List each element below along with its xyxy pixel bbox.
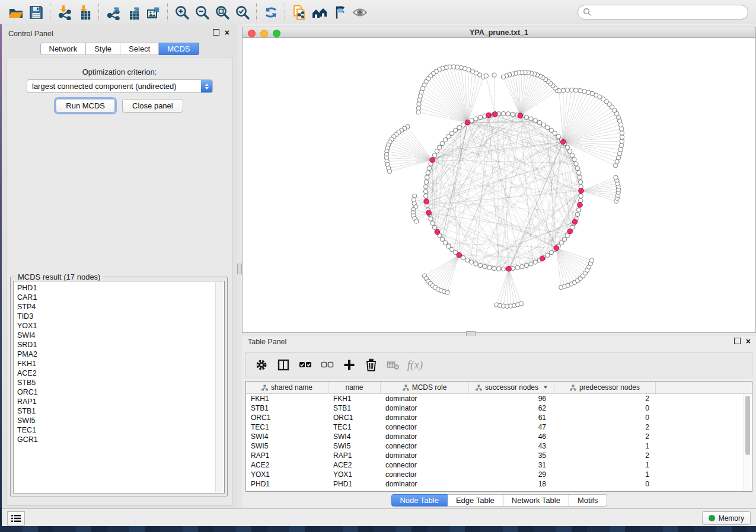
result-node[interactable]: SWI5: [17, 416, 224, 425]
zoom-in-button[interactable]: [172, 4, 192, 21]
export-image-button[interactable]: [143, 4, 164, 21]
add-column-icon[interactable]: [341, 357, 358, 373]
table-row[interactable]: STB1STB1dominator620: [246, 403, 752, 413]
result-node[interactable]: FKH1: [17, 359, 224, 368]
result-node[interactable]: STB1: [17, 406, 224, 416]
result-node[interactable]: STP4: [17, 302, 224, 312]
tab-select[interactable]: Select: [120, 43, 159, 55]
result-node[interactable]: CAR1: [17, 293, 224, 302]
memory-button[interactable]: Memory: [702, 511, 751, 525]
table-row[interactable]: ACE2ACE2connector311: [246, 460, 752, 470]
result-node[interactable]: TID3: [17, 312, 224, 321]
result-scrollbar[interactable]: [215, 282, 224, 492]
tab-mcds[interactable]: MCDS: [159, 43, 199, 55]
float-panel-icon[interactable]: [213, 29, 219, 36]
run-mcds-button[interactable]: Run MCDS: [56, 99, 115, 113]
tab-network-table[interactable]: Network Table: [503, 494, 569, 507]
close-panel-icon[interactable]: ×: [746, 338, 751, 344]
table-row[interactable]: TEC1TEC1connector472: [246, 422, 752, 432]
hide-selected-button[interactable]: [330, 4, 350, 21]
tab-motifs[interactable]: Motifs: [569, 494, 607, 507]
close-panel-button[interactable]: Close panel: [122, 99, 183, 113]
column-header-predecessor-nodes[interactable]: predecessor nodes: [554, 382, 656, 393]
zoom-out-button[interactable]: [192, 4, 212, 21]
column-header-MCDS-role[interactable]: MCDS role: [381, 382, 469, 393]
cell: PHD1: [328, 480, 381, 488]
column-header-shared-name[interactable]: shared name: [246, 382, 328, 393]
cell: 0: [554, 480, 656, 488]
splitter-handle[interactable]: [237, 264, 242, 274]
toolbar-separator: [285, 4, 286, 21]
unselect-all-icon[interactable]: [319, 357, 336, 373]
tab-network[interactable]: Network: [40, 43, 86, 55]
table-row[interactable]: PHD1PHD1dominator180: [246, 479, 752, 489]
table-row[interactable]: SWI4SWI4dominator462: [246, 432, 752, 441]
tab-edge-table[interactable]: Edge Table: [448, 494, 503, 507]
cell: STB1: [246, 404, 328, 412]
mcds-result-list[interactable]: PHD1CAR1STP4TID3YOX1SWI4SRD1PMA2FKH1ACE2…: [13, 281, 225, 493]
column-header-name[interactable]: name: [328, 382, 381, 393]
result-node[interactable]: PHD1: [17, 283, 224, 293]
search-box[interactable]: [578, 5, 748, 20]
export-table-button[interactable]: [123, 4, 143, 21]
result-node[interactable]: SRD1: [17, 340, 224, 350]
zoom-selected-button[interactable]: [232, 4, 253, 21]
select-all-icon[interactable]: [297, 357, 314, 373]
mcds-panel: Optimization criterion: largest connecte…: [6, 57, 233, 506]
cell: ACE2: [246, 461, 328, 469]
show-all-button[interactable]: [350, 4, 370, 21]
result-node[interactable]: STB5: [17, 378, 224, 387]
table-row[interactable]: ORC1ORC1dominator610: [246, 413, 752, 422]
export-network-button[interactable]: [103, 4, 123, 21]
cell: YOX1: [246, 470, 328, 479]
cell: 96: [469, 395, 554, 403]
tab-style[interactable]: Style: [86, 43, 120, 55]
search-input[interactable]: [594, 7, 748, 18]
cell: FKH1: [246, 395, 328, 403]
cell: 2: [554, 432, 656, 441]
table-row[interactable]: SWI5SWI5connector431: [246, 441, 752, 451]
network-canvas[interactable]: [243, 38, 755, 332]
result-node[interactable]: YOX1: [17, 321, 224, 331]
column-header-successor-nodes[interactable]: successor nodes: [469, 382, 554, 393]
cell: 1: [554, 442, 656, 450]
delete-table-icon: [385, 357, 401, 373]
task-history-button[interactable]: [7, 511, 25, 525]
optimization-select[interactable]: largest connected component (undirected): [27, 79, 213, 93]
copy-network-button[interactable]: [289, 4, 310, 21]
result-node[interactable]: ORC1: [17, 387, 224, 397]
mcds-result-group: MCDS result (17 nodes) PHD1CAR1STP4TID3Y…: [10, 277, 228, 496]
close-panel-icon[interactable]: ×: [225, 30, 229, 36]
tab-node-table[interactable]: Node Table: [391, 494, 448, 507]
result-node[interactable]: RAP1: [17, 397, 224, 406]
result-node[interactable]: SWI4: [17, 331, 224, 340]
select-stepper-icon: [201, 80, 212, 92]
zoom-fit-button[interactable]: [212, 4, 232, 21]
cell: connector: [381, 442, 469, 450]
result-node[interactable]: GCR1: [17, 435, 224, 444]
toolbar-separator: [98, 4, 100, 21]
import-network-button[interactable]: [55, 4, 75, 21]
result-node[interactable]: PMA2: [17, 350, 224, 359]
result-node[interactable]: ACE2: [17, 368, 224, 378]
table-scrollbar[interactable]: [744, 394, 751, 491]
import-table-button[interactable]: [75, 4, 95, 21]
delete-column-icon[interactable]: [363, 357, 379, 373]
show-columns-icon[interactable]: [275, 357, 292, 373]
mcds-result-items: PHD1CAR1STP4TID3YOX1SWI4SRD1PMA2FKH1ACE2…: [14, 281, 224, 444]
result-node[interactable]: TEC1: [17, 425, 224, 435]
settings-gear-icon[interactable]: [253, 357, 270, 373]
cell: SWI5: [328, 442, 381, 450]
float-panel-icon[interactable]: [734, 338, 741, 344]
vertical-splitter[interactable]: [237, 24, 242, 508]
save-session-button[interactable]: [26, 4, 46, 21]
table-toolbar: f(x): [245, 352, 752, 377]
scrollbar-thumb[interactable]: [745, 396, 750, 455]
table-row[interactable]: YOX1YOX1connector291: [246, 470, 752, 479]
first-neighbors-button[interactable]: [310, 4, 330, 21]
sort-chevron-icon: [544, 386, 547, 389]
open-file-button[interactable]: [6, 4, 26, 21]
table-row[interactable]: FKH1FKH1dominator962: [246, 394, 752, 403]
table-row[interactable]: RAP1RAP1dominator352: [246, 451, 752, 460]
apply-layout-button[interactable]: [261, 4, 281, 21]
